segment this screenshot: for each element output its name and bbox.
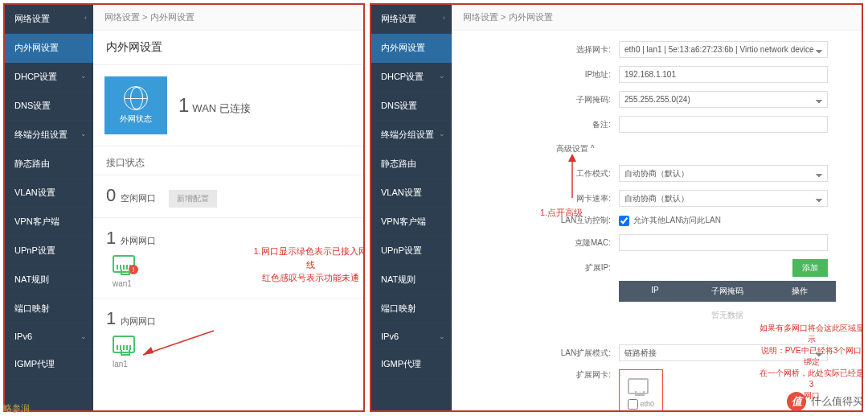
mode-label: 工作模式: (548, 168, 619, 179)
wan-info: 1WAN 已连接 (178, 94, 251, 117)
ext-nic-box: eth0 (619, 369, 663, 410)
chevron-down-icon: ⌄ (80, 72, 87, 80)
mode-select[interactable]: 自动协商（默认） (619, 165, 828, 182)
sidebar-item-upnp[interactable]: UPnP设置 (5, 237, 93, 266)
sidebar-right: 网络设置‹ 内外网设置 DHCP设置⌄ DNS设置 终端分组设置⌄ 静态路由 V… (371, 5, 452, 410)
rj45-wan-icon[interactable]: ! (113, 255, 135, 273)
watermark-logo-icon: 值 (787, 392, 806, 411)
new-config-button[interactable]: 新增配置 (169, 190, 217, 208)
chevron-left-icon: ‹ (84, 14, 87, 22)
sidebar-item-dns[interactable]: DNS设置 (371, 92, 452, 121)
sidebar-header[interactable]: 网络设置‹ (371, 5, 452, 34)
sidebar-item-dhcp[interactable]: DHCP设置⌄ (5, 63, 93, 92)
ext-nic-label: 扩展网卡: (548, 369, 619, 381)
sidebar-item-igmp[interactable]: IGMP代理 (5, 350, 93, 379)
globe-icon (124, 86, 148, 110)
interface-status-header: 接口状态 (93, 146, 363, 175)
sidebar-item-port-forward[interactable]: 端口映射 (5, 294, 93, 323)
ip-label: IP地址: (548, 69, 619, 80)
sidebar-item-static-route[interactable]: 静态路由 (371, 150, 452, 179)
content-left: 网络设置 > 内外网设置 内外网设置 外网状态 1WAN 已连接 接口状态 0空… (93, 5, 363, 410)
nic-icon[interactable] (628, 378, 649, 394)
mask-select[interactable]: 255.255.255.0(24) (619, 91, 828, 108)
chevron-left-icon: ‹ (443, 14, 445, 22)
watermark: 值什么值得买 (787, 392, 863, 411)
sidebar-item-vlan[interactable]: VLAN设置 (371, 179, 452, 208)
nic-select[interactable]: eth0 | lan1 | 5e:13:a6:27:23:6b | Virtio… (619, 41, 828, 58)
content-right: 网络设置 > 内外网设置 选择网卡:eth0 | lan1 | 5e:13:a6… (452, 5, 862, 410)
annotation-left: 1.网口显示绿色表示已接入网线 红色感叹号表示功能未通 (250, 245, 363, 285)
wan-status-box: 外网状态 1WAN 已连接 (93, 65, 363, 146)
sidebar-item-terminal-group[interactable]: 终端分组设置⌄ (5, 121, 93, 150)
add-button[interactable]: 添加 (792, 259, 828, 277)
sidebar-item-ipv6[interactable]: IPv6⌄ (371, 323, 452, 350)
remark-input[interactable] (619, 116, 828, 133)
sidebar-item-terminal-group[interactable]: 终端分组设置⌄ (371, 121, 452, 150)
breadcrumb: 网络设置 > 内外网设置 (93, 5, 363, 31)
nic-label: 选择网卡: (548, 44, 619, 56)
sidebar-item-vpn[interactable]: VPN客户端 (5, 208, 93, 237)
ext-mode-label: LAN扩展模式: (548, 348, 619, 359)
free-port-row: 0空闲网口新增配置 (93, 175, 363, 218)
sidebar-item-vpn[interactable]: VPN客户端 (371, 208, 452, 237)
sidebar-item-nat[interactable]: NAT规则 (5, 266, 93, 294)
eth0-label: eth0 (641, 400, 655, 408)
ip-input[interactable] (619, 66, 828, 83)
sidebar-item-wan-lan[interactable]: 内外网设置 (5, 34, 93, 63)
remark-label: 备注: (548, 119, 619, 130)
sidebar-item-dns[interactable]: DNS设置 (5, 92, 93, 121)
extip-label: 扩展IP: (548, 262, 619, 274)
annotation-right-2: 如果有多网口将会这此区域显示 说明：PVE中已经将3个网口绑定 在一个网桥，此处… (757, 323, 862, 402)
mask-label: 子网掩码: (548, 94, 619, 105)
mac-label: 克隆MAC: (548, 237, 619, 249)
chevron-down-icon: ⌄ (439, 332, 445, 340)
access-check-label: 允许其他LAN访问此LAN (633, 215, 721, 226)
wan-status-tile[interactable]: 外网状态 (104, 76, 167, 134)
footer-tag: 略参润 (3, 402, 30, 414)
rj45-lan-icon[interactable] (113, 336, 135, 353)
speed-select[interactable]: 自动协商（默认） (619, 190, 828, 207)
sidebar-item-static-route[interactable]: 静态路由 (5, 150, 93, 179)
sidebar-header[interactable]: 网络设置‹ (5, 5, 93, 34)
chevron-down-icon: ⌄ (439, 130, 445, 138)
internal-port-row: 1内网网口 lan1 (93, 299, 363, 378)
advanced-toggle[interactable]: 高级设置 ^ (540, 137, 862, 161)
chevron-down-icon: ⌄ (80, 332, 87, 340)
page-title: 内外网设置 (93, 31, 363, 65)
sidebar-item-nat[interactable]: NAT规则 (371, 266, 452, 294)
sidebar-left: 网络设置‹ 内外网设置 DHCP设置⌄ DNS设置 终端分组设置⌄ 静态路由 V… (5, 5, 93, 410)
sidebar-item-port-forward[interactable]: 端口映射 (371, 294, 452, 323)
speed-label: 网卡速率: (548, 193, 619, 204)
sidebar-item-wan-lan[interactable]: 内外网设置 (371, 34, 452, 63)
sidebar-item-dhcp[interactable]: DHCP设置⌄ (371, 63, 452, 92)
port-label-lan: lan1 (113, 360, 350, 369)
sidebar-item-igmp[interactable]: IGMP代理 (371, 350, 452, 379)
access-checkbox[interactable] (619, 216, 629, 226)
sidebar-item-upnp[interactable]: UPnP设置 (371, 237, 452, 266)
warning-badge-icon: ! (129, 265, 138, 274)
chevron-down-icon: ⌄ (439, 72, 445, 80)
sidebar-item-vlan[interactable]: VLAN设置 (5, 179, 93, 208)
extip-table-header: IP子网掩码操作 (619, 281, 836, 302)
sidebar-item-ipv6[interactable]: IPv6⌄ (5, 323, 93, 350)
mac-input[interactable] (619, 234, 828, 251)
chevron-down-icon: ⌄ (80, 130, 87, 138)
breadcrumb: 网络设置 > 内外网设置 (452, 5, 862, 31)
annotation-right-1: 1.点开高级 (540, 206, 583, 220)
eth0-checkbox[interactable] (628, 399, 638, 410)
